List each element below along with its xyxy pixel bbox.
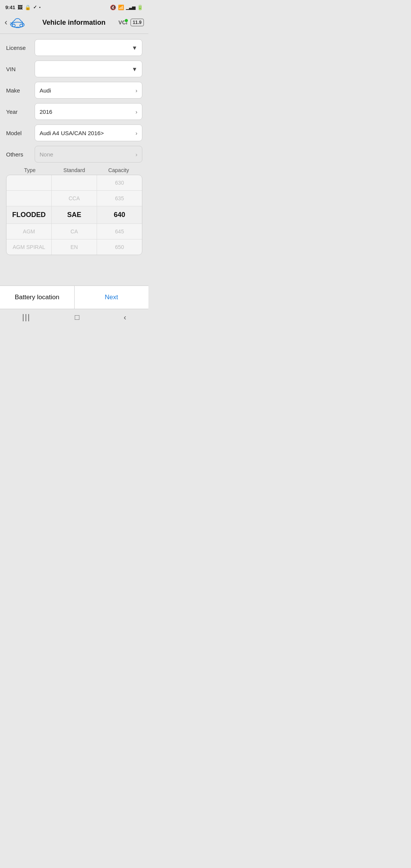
license-field[interactable]: ▼ [35, 39, 142, 56]
model-value: Audi A4 USA/CAN 2016> [40, 130, 104, 136]
header-right-area: VCI 11.9 [118, 19, 144, 26]
others-arrow-icon: › [135, 151, 137, 158]
row1-type [6, 175, 52, 190]
nav-home-icon[interactable]: □ [75, 313, 79, 322]
table-header: Type Standard Capacity [6, 167, 142, 173]
svg-point-1 [13, 24, 15, 27]
make-label: Make [6, 87, 35, 94]
year-field[interactable]: 2016 › [35, 103, 142, 120]
status-time-area: 9:41 🖼 🔒 ✓ • [5, 5, 41, 10]
main-content: License ▼ VIN ▼ Make Audi › Year 2016 › … [0, 34, 148, 286]
model-row: Model Audi A4 USA/CAN 2016> › [6, 124, 142, 141]
row2-standard: CCA [52, 191, 97, 206]
svg-text:VIN: VIN [16, 26, 19, 29]
row3-type: FLOODED [6, 206, 52, 223]
status-bar: 9:41 🖼 🔒 ✓ • 🔇 📶 ▁▃▅ 🔋 [0, 0, 148, 13]
others-row: Others None › [6, 146, 142, 163]
nav-back-icon[interactable]: ‹ [124, 313, 126, 322]
nav-menu-icon[interactable]: ||| [22, 313, 30, 322]
battery-picker-table[interactable]: 630 CCA 635 FLOODED SAE 640 AGM CA 645 A… [6, 175, 142, 255]
battery-status-icon: 🔋 [137, 5, 143, 10]
capacity-header: Capacity [96, 167, 141, 173]
vin-label: VIN [6, 66, 35, 72]
model-label: Model [6, 130, 35, 136]
lock-icon: 🔒 [25, 5, 31, 10]
signal-icon: ▁▃▅ [126, 5, 135, 10]
wifi-icon: 📶 [118, 5, 124, 10]
row2-capacity: 635 [97, 191, 142, 206]
year-value: 2016 [40, 108, 52, 115]
table-row[interactable]: AGM CA 645 [6, 224, 142, 239]
header: ‹ VIN Vehicle information VCI 11.9 [0, 13, 148, 34]
others-field[interactable]: None › [35, 146, 142, 163]
row3-capacity: 640 [97, 206, 142, 223]
row4-capacity: 645 [97, 224, 142, 239]
back-button[interactable]: ‹ [5, 18, 7, 27]
year-arrow-icon: › [135, 108, 137, 115]
battery-location-button[interactable]: Battery location [0, 286, 75, 309]
vci-badge: VCI [118, 19, 127, 26]
dot-indicator: • [39, 5, 41, 10]
time-display: 9:41 [5, 5, 15, 10]
gallery-icon: 🖼 [18, 5, 22, 10]
row4-standard: CA [52, 224, 97, 239]
row3-standard: SAE [52, 206, 97, 223]
row5-type: AGM SPIRAL [6, 239, 52, 255]
table-row[interactable]: CCA 635 [6, 191, 142, 206]
standard-header: Standard [52, 167, 97, 173]
vin-dropdown-icon: ▼ [132, 66, 137, 72]
next-button[interactable]: Next [75, 286, 149, 309]
table-row[interactable]: AGM SPIRAL EN 650 [6, 239, 142, 255]
vin-logo: VIN [10, 15, 25, 30]
row5-standard: EN [52, 239, 97, 255]
row5-capacity: 650 [97, 239, 142, 255]
others-label: Others [6, 151, 35, 158]
table-row[interactable]: 630 [6, 175, 142, 191]
model-field[interactable]: Audi A4 USA/CAN 2016> › [35, 124, 142, 141]
others-value: None [40, 151, 53, 158]
vci-connected-dot [124, 19, 128, 22]
license-label: License [6, 45, 35, 51]
year-row: Year 2016 › [6, 103, 142, 120]
make-row: Make Audi › [6, 82, 142, 99]
svg-point-2 [20, 24, 22, 27]
nav-bar: ||| □ ‹ [0, 309, 148, 326]
make-value: Audi [40, 87, 51, 94]
status-icons-area: 🔇 📶 ▁▃▅ 🔋 [110, 5, 143, 10]
page-title: Vehicle information [29, 19, 118, 27]
make-field[interactable]: Audi › [35, 82, 142, 99]
row1-standard [52, 175, 97, 190]
row2-type [6, 191, 52, 206]
vin-field[interactable]: ▼ [35, 61, 142, 77]
license-row: License ▼ [6, 39, 142, 56]
year-label: Year [6, 108, 35, 115]
license-dropdown-icon: ▼ [132, 45, 137, 51]
check-icon: ✓ [33, 5, 37, 10]
table-row-selected[interactable]: FLOODED SAE 640 [6, 206, 142, 224]
row4-type: AGM [6, 224, 52, 239]
model-arrow-icon: › [135, 130, 137, 136]
vin-row: VIN ▼ [6, 61, 142, 77]
make-arrow-icon: › [135, 87, 137, 94]
bottom-action-bar: Battery location Next [0, 286, 148, 309]
voltage-badge: 11.9 [131, 19, 144, 26]
type-header: Type [8, 167, 52, 173]
row1-capacity: 630 [97, 175, 142, 190]
mute-icon: 🔇 [110, 5, 116, 10]
